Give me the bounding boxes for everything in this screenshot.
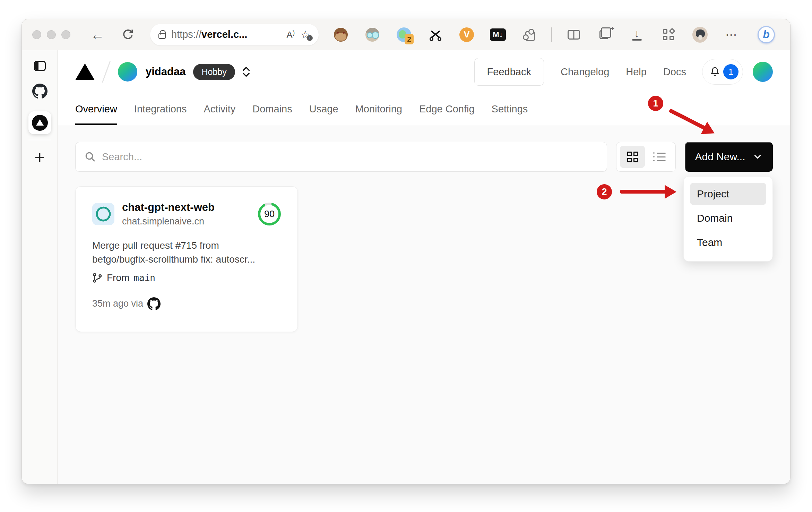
browser-sidebar: + xyxy=(22,50,58,484)
scissors-extension-icon[interactable] xyxy=(428,27,443,42)
favorite-star-icon[interactable]: ☆+ xyxy=(300,29,310,40)
plan-badge: Hobby xyxy=(193,64,235,80)
overflow-menu-icon[interactable]: ⋯ xyxy=(724,27,739,42)
team-switcher-icon[interactable] xyxy=(241,66,251,78)
window-body: + yidadaa Hobby Feedback Changelog Help xyxy=(22,50,790,484)
commit-line-1: Merge pull request #715 from xyxy=(92,239,281,253)
notification-count-badge: 1 xyxy=(723,64,738,79)
projects-toolbar: Add New... xyxy=(75,142,773,172)
minimize-window-button[interactable] xyxy=(47,30,56,39)
grid-icon xyxy=(627,152,638,162)
badge-extension-icon[interactable]: 2 xyxy=(396,27,412,42)
dropdown-item-team[interactable]: Team xyxy=(690,231,766,254)
tab-settings[interactable]: Settings xyxy=(492,93,528,125)
collections-icon[interactable]: + xyxy=(598,27,613,42)
add-new-label: Add New... xyxy=(695,151,745,163)
url-scheme: https:// xyxy=(171,29,201,40)
github-icon xyxy=(147,297,161,310)
address-bar[interactable]: https://vercel.c... A) ☆+ xyxy=(150,24,319,45)
tab-activity[interactable]: Activity xyxy=(204,93,235,125)
maximize-window-button[interactable] xyxy=(61,30,70,39)
annotation-arrow-2 xyxy=(620,190,666,194)
branch-from-label: From xyxy=(107,272,129,283)
new-tab-button[interactable]: + xyxy=(34,148,45,167)
commit-message: Merge pull request #715 from betgo/bugfi… xyxy=(92,239,281,267)
tab-panel-icon[interactable] xyxy=(34,61,46,71)
search-icon xyxy=(85,151,96,162)
sidebar-divider xyxy=(28,140,51,140)
split-screen-icon[interactable] xyxy=(566,27,581,42)
deployed-time: 35m ago via xyxy=(92,298,143,309)
extension-count-badge: 2 xyxy=(405,34,414,44)
search-box[interactable] xyxy=(75,142,607,172)
lighthouse-score-ring[interactable]: 90 xyxy=(258,203,281,225)
downloads-icon[interactable]: ↓ xyxy=(629,27,645,42)
branch-name[interactable]: main xyxy=(133,273,155,283)
vercel-logo[interactable] xyxy=(75,63,95,80)
read-aloud-icon[interactable]: A) xyxy=(286,29,295,41)
project-card[interactable]: chat-gpt-next-web chat.simplenaive.cn 90… xyxy=(75,186,298,332)
openai-logo-icon xyxy=(92,203,114,225)
deployment-meta: 35m ago via xyxy=(92,297,281,310)
close-window-button[interactable] xyxy=(32,30,41,39)
team-name[interactable]: yidadaa xyxy=(146,66,185,78)
chevron-down-icon xyxy=(752,152,763,162)
page-url[interactable]: https://vercel.c... xyxy=(171,29,247,40)
browser-window: ← https://vercel.c... A) ☆+ 2 V M↓ xyxy=(21,19,791,484)
annotation-step-1: 1 xyxy=(648,96,663,111)
extensions-row: 2 V M↓ + ↓ ⋯ b xyxy=(333,26,780,43)
search-input[interactable] xyxy=(102,151,598,163)
list-view-button[interactable] xyxy=(647,146,672,168)
team-avatar[interactable] xyxy=(118,62,137,82)
github-tab-icon[interactable] xyxy=(32,84,47,100)
window-controls xyxy=(32,30,70,39)
docs-link[interactable]: Docs xyxy=(663,66,686,78)
dashboard-tabs: Overview Integrations Activity Domains U… xyxy=(75,93,773,125)
tab-integrations[interactable]: Integrations xyxy=(134,93,187,125)
browser-toolbar: ← https://vercel.c... A) ☆+ 2 V M↓ xyxy=(22,19,790,50)
project-name[interactable]: chat-gpt-next-web xyxy=(122,201,215,214)
grid-view-button[interactable] xyxy=(620,146,645,168)
vercel-tab-active[interactable] xyxy=(28,111,51,134)
project-domain[interactable]: chat.simplenaive.cn xyxy=(122,216,215,227)
refresh-icon[interactable] xyxy=(122,28,134,41)
extensions-puzzle-icon[interactable] xyxy=(522,27,537,42)
tab-usage[interactable]: Usage xyxy=(309,93,338,125)
changelog-link[interactable]: Changelog xyxy=(561,66,609,78)
favorite-add-badge: + xyxy=(307,35,313,41)
breadcrumb-slash xyxy=(102,61,111,83)
vercel-dashboard: yidadaa Hobby Feedback Changelog Help Do… xyxy=(58,50,790,484)
bing-chat-icon[interactable]: b xyxy=(758,26,775,43)
lock-icon[interactable] xyxy=(158,33,166,39)
back-icon[interactable]: ← xyxy=(90,28,104,42)
avatar-extension-icon[interactable] xyxy=(365,27,380,42)
toolbar-divider xyxy=(551,27,552,42)
dropdown-item-project[interactable]: Project xyxy=(690,183,766,205)
add-new-dropdown: Project Domain Team xyxy=(683,176,773,262)
feedback-button[interactable]: Feedback xyxy=(474,58,544,86)
tampermonkey-extension-icon[interactable] xyxy=(333,27,348,42)
user-avatar[interactable] xyxy=(753,62,773,82)
markdown-extension-icon[interactable]: M↓ xyxy=(490,27,506,42)
tab-domains[interactable]: Domains xyxy=(252,93,292,125)
git-branch-icon xyxy=(92,273,103,283)
header-top-row: yidadaa Hobby Feedback Changelog Help Do… xyxy=(75,50,773,93)
branch-row: From main xyxy=(92,272,281,283)
dashboard-content: Add New... xyxy=(58,125,790,484)
project-card-head: chat-gpt-next-web chat.simplenaive.cn 90 xyxy=(92,201,281,227)
dropdown-item-domain[interactable]: Domain xyxy=(690,207,766,229)
tab-monitoring[interactable]: Monitoring xyxy=(355,93,402,125)
lighthouse-score-value: 90 xyxy=(260,205,278,223)
bell-icon xyxy=(709,66,720,77)
v-extension-icon[interactable]: V xyxy=(459,27,474,42)
help-link[interactable]: Help xyxy=(626,66,647,78)
workspaces-icon[interactable] xyxy=(661,27,676,42)
commit-line-2: betgo/bugfix-scrollthumb fix: autoscr... xyxy=(92,253,281,266)
notifications-button[interactable]: 1 xyxy=(702,59,743,85)
add-new-button[interactable]: Add New... xyxy=(685,142,773,172)
tab-edge-config[interactable]: Edge Config xyxy=(419,93,475,125)
vercel-tab-icon xyxy=(32,115,48,131)
profile-avatar[interactable] xyxy=(692,27,708,42)
annotation-step-2: 2 xyxy=(597,184,612,199)
tab-overview[interactable]: Overview xyxy=(75,93,117,125)
